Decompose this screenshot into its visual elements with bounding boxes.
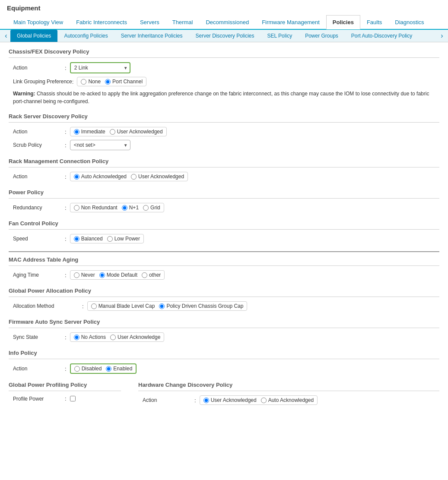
global-power-alloc-title: Global Power Allocation Policy [9,287,439,294]
tab-fabric[interactable]: Fabric Interconnects [70,15,133,29]
hardware-auto-ack-label[interactable]: Auto Acknowledged [261,397,314,403]
sync-no-actions-label[interactable]: No Actions [74,334,106,340]
tab-diagnostics[interactable]: Diagnostics [388,15,430,29]
tab-decommissioned[interactable]: Decommissioned [199,15,255,29]
rack-mgmt-action-label: Action [13,174,65,180]
chassis-action-select[interactable]: 1 Link 2 Link 4 Link 8 Link [70,62,130,73]
mac-aging-default-label[interactable]: Mode Default [99,272,137,278]
mac-aging-label: Aging Time [13,272,65,278]
power-n1-radio[interactable] [122,205,127,211]
rack-user-ack-label[interactable]: User Acknowledged [110,129,163,135]
tab-autoconfig[interactable]: Autoconfig Policies [57,30,114,42]
hardware-change-title: Hardware Change Discovery Policy [138,382,439,388]
mac-aging-never-label[interactable]: Never [74,272,95,278]
info-enabled-label[interactable]: Enabled [106,366,132,372]
fan-balanced-label[interactable]: Balanced [74,236,103,242]
info-disabled-label[interactable]: Disabled [74,366,102,372]
tab-scroll-right[interactable]: › [438,32,446,40]
tab-thermal[interactable]: Thermal [166,15,200,29]
fan-speed-radio-group: Balanced Low Power [70,234,144,243]
rack-mgmt-auto-ack-text: Auto Acknowledged [81,174,127,180]
info-action-radio-group: Disabled Enabled [70,363,137,374]
alloc-method-row: Allocation Method : Manual Blade Level C… [9,301,439,311]
link-grouping-portchannel-label[interactable]: Port Channel [105,79,143,85]
power-grid-label[interactable]: Grid [143,205,160,211]
mac-aging-other-label[interactable]: other [142,272,161,278]
info-action-row: Action : Disabled Enabled [9,363,439,374]
sync-user-ack-text: User Acknowledge [118,334,160,340]
hardware-action-row: Action : User Acknowledged Auto Acknowle… [138,395,439,405]
rack-immediate-radio[interactable] [74,129,79,135]
rack-immediate-label[interactable]: Immediate [74,129,105,135]
sync-user-ack-label[interactable]: User Acknowledge [110,334,160,340]
rack-mgmt-auto-ack-radio[interactable] [74,174,79,180]
tab-scroll-left[interactable]: ‹ [2,32,10,40]
tab-port-discovery[interactable]: Port Auto-Discovery Policy [345,30,419,42]
rack-user-ack-text: User Acknowledged [117,129,163,135]
chassis-action-select-wrapper: 1 Link 2 Link 4 Link 8 Link ▼ [70,62,130,73]
secondary-tab-bar: ‹ Global Policies Autoconfig Policies Se… [0,30,448,42]
info-disabled-radio[interactable] [74,366,80,372]
scrub-policy-select[interactable]: <not set> [70,140,130,150]
fan-low-power-label[interactable]: Low Power [107,236,140,242]
tab-power-groups[interactable]: Power Groups [299,30,345,42]
sync-user-ack-radio[interactable] [110,335,116,340]
rack-mgmt-action-radio-group: Auto Acknowledged User Acknowledged [70,172,188,181]
hardware-auto-ack-radio[interactable] [261,398,267,403]
fan-balanced-radio[interactable] [74,236,79,242]
scrub-policy-label: Scrub Policy [13,142,65,148]
alloc-policy-driven-radio[interactable] [159,303,165,309]
app-header: Equipment Main Topology View Fabric Inte… [0,0,448,30]
rack-user-ack-radio[interactable] [110,129,115,135]
mac-aging-default-radio[interactable] [99,272,105,278]
tab-server-inheritance[interactable]: Server Inheritance Policies [114,30,189,42]
tab-server-discovery[interactable]: Server Discovery Policies [189,30,261,42]
link-grouping-none-radio[interactable] [81,79,86,85]
link-grouping-none-text: None [88,79,101,85]
fan-low-power-radio[interactable] [107,236,113,242]
mac-aging-row: Aging Time : Never Mode Default other [9,270,439,280]
info-enabled-radio[interactable] [106,366,111,372]
tab-main-topology[interactable]: Main Topology View [7,15,70,29]
info-action-label: Action [13,366,65,372]
alloc-manual-label[interactable]: Manual Blade Level Cap [91,303,155,309]
link-grouping-none-label[interactable]: None [81,79,101,85]
link-grouping-portchannel-radio[interactable] [105,79,111,85]
power-non-redundant-label[interactable]: Non Redundant [74,205,118,211]
warning-message: Chassis should be re-acked to apply the … [13,91,429,104]
tab-global-policies[interactable]: Global Policies [10,30,57,42]
mac-aging-other-text: other [149,272,161,278]
sync-no-actions-text: No Actions [81,334,106,340]
chassis-warning: Warning: Chassis should be re-acked to a… [13,90,435,105]
chassis-action-row: Action : 1 Link 2 Link 4 Link 8 Link ▼ [9,62,439,73]
hardware-auto-ack-text: Auto Acknowledged [268,397,314,403]
power-non-redundant-radio[interactable] [74,205,79,211]
sync-state-row: Sync State : No Actions User Acknowledge [9,332,439,342]
rack-mgmt-user-ack-label[interactable]: User Acknowledged [131,174,184,180]
tab-sel-policy[interactable]: SEL Policy [261,30,299,42]
alloc-policy-driven-label[interactable]: Policy Driven Chassis Group Cap [159,303,243,309]
mac-aging-other-radio[interactable] [142,272,147,278]
fan-balanced-text: Balanced [81,236,103,242]
tab-faults[interactable]: Faults [360,15,388,29]
hardware-user-ack-text: User Acknowledged [211,397,257,403]
rack-mgmt-user-ack-radio[interactable] [131,174,137,180]
tab-servers[interactable]: Servers [133,15,166,29]
tab-firmware[interactable]: Firmware Management [255,15,326,29]
app-title: Equipment [7,4,441,12]
hardware-user-ack-radio[interactable] [203,398,209,403]
rack-server-action-label: Action [13,129,65,135]
link-grouping-row: Link Grouping Preference : None Port Cha… [9,77,439,86]
power-grid-radio[interactable] [143,205,149,211]
chassis-action-label: Action [13,65,65,71]
alloc-manual-radio[interactable] [91,303,97,309]
power-grid-text: Grid [150,205,160,211]
mac-aging-never-radio[interactable] [74,272,79,278]
hardware-user-ack-label[interactable]: User Acknowledged [203,397,257,403]
tab-policies[interactable]: Policies [326,15,360,29]
firmware-sync-section: Firmware Auto Sync Server Policy Sync St… [9,319,439,342]
profile-power-checkbox[interactable] [70,396,76,401]
rack-mgmt-auto-ack-label[interactable]: Auto Acknowledged [74,174,127,180]
sync-no-actions-radio[interactable] [74,335,79,340]
power-n1-label[interactable]: N+1 [122,205,139,211]
